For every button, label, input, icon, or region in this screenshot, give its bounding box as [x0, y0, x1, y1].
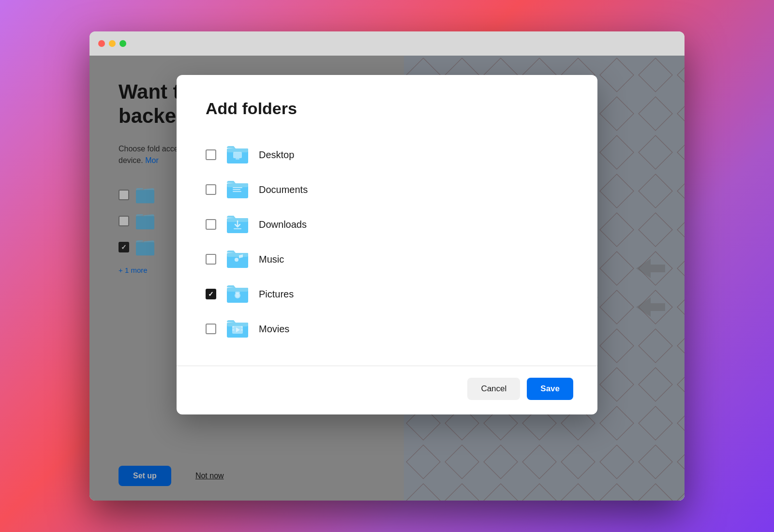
svg-rect-17	[234, 228, 241, 229]
checkbox-pictures[interactable]	[206, 289, 216, 299]
checkbox-movies[interactable]	[206, 324, 216, 334]
folder-icon-movies	[226, 318, 249, 340]
folder-name-movies: Movies	[259, 324, 289, 335]
modal-title: Add folders	[206, 99, 568, 118]
folder-icon-music	[226, 249, 249, 270]
svg-rect-13	[233, 189, 240, 190]
checkbox-downloads[interactable]	[206, 219, 216, 230]
folder-item-downloads: Downloads	[206, 207, 568, 242]
svg-rect-31	[241, 329, 243, 331]
folder-name-pictures: Pictures	[259, 289, 294, 300]
svg-rect-11	[227, 183, 248, 187]
svg-rect-24	[235, 292, 240, 294]
folder-item-pictures: Pictures	[206, 277, 568, 311]
modal-footer: Cancel Save	[177, 366, 597, 414]
folder-name-downloads: Downloads	[259, 219, 307, 230]
folder-name-documents: Documents	[259, 184, 308, 195]
maximize-button[interactable]	[119, 40, 126, 47]
cancel-button[interactable]: Cancel	[467, 378, 520, 400]
minimize-button[interactable]	[109, 40, 116, 47]
folder-icon-downloads	[226, 214, 249, 235]
folder-item-documents: Documents	[206, 172, 568, 207]
folder-name-desktop: Desktop	[259, 149, 294, 161]
checkbox-documents[interactable]	[206, 184, 216, 195]
svg-rect-7	[227, 148, 248, 152]
svg-rect-12	[233, 187, 242, 188]
svg-rect-8	[233, 152, 242, 158]
folder-item-desktop: Desktop	[206, 137, 568, 172]
modal-overlay: Add folders	[89, 56, 685, 501]
svg-point-23	[236, 294, 239, 297]
svg-rect-14	[233, 191, 241, 192]
svg-rect-29	[232, 329, 234, 331]
titlebar	[89, 31, 685, 56]
svg-rect-9	[236, 158, 239, 160]
svg-rect-30	[241, 326, 243, 328]
folder-list: Desktop	[206, 137, 568, 346]
checkbox-desktop[interactable]	[206, 149, 216, 160]
svg-rect-28	[232, 326, 234, 328]
svg-rect-26	[227, 323, 248, 326]
add-folders-modal: Add folders	[177, 75, 597, 414]
folder-icon-pictures	[226, 283, 249, 305]
svg-rect-19	[227, 253, 248, 257]
mac-window: Want to backed Choose fold access the b …	[89, 31, 685, 501]
svg-rect-21	[227, 288, 248, 292]
folder-item-music: Music	[206, 242, 568, 277]
close-button[interactable]	[98, 40, 105, 47]
checkbox-music[interactable]	[206, 254, 216, 265]
save-button[interactable]: Save	[527, 378, 573, 400]
folder-icon-documents	[226, 179, 249, 200]
folder-name-music: Music	[259, 254, 284, 265]
modal-body: Add folders	[177, 75, 597, 366]
main-content: Want to backed Choose fold access the b …	[89, 56, 685, 501]
folder-icon-desktop	[226, 144, 249, 165]
folder-item-movies: Movies	[206, 311, 568, 346]
